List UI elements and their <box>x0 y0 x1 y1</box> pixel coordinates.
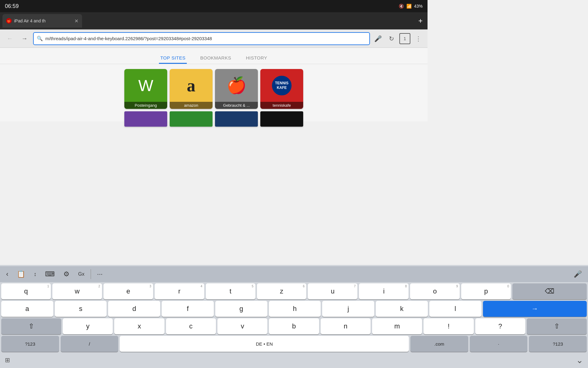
site-label-posteingang: Posteingang <box>124 102 167 109</box>
browser-toolbar: ← → 🔍 m/threads/ipad-air-4-and-the-keybo… <box>0 29 428 48</box>
site-icon-amazon: a <box>170 69 213 102</box>
status-icons: 🔇 📶 43% <box>399 4 423 9</box>
status-bar: 06:59 🔇 📶 43% <box>0 0 428 12</box>
tab-count-button[interactable]: 1 <box>399 33 410 44</box>
site-label-amazon: amazon <box>170 102 213 109</box>
menu-button[interactable]: ⋮ <box>413 33 424 44</box>
tab-title: iPad Air 4 and th <box>14 18 72 23</box>
browser-tab-active[interactable]: 🍎 iPad Air 4 and th ✕ <box>2 14 82 28</box>
browser-content: TOP SITES BOOKMARKS HISTORY W Posteingan… <box>0 48 428 121</box>
site-card-tennis[interactable]: TENNISKAFE tenniskafe <box>260 69 303 109</box>
battery-indicator: 43% <box>414 4 423 9</box>
tab-bookmarks[interactable]: BOOKMARKS <box>199 53 232 64</box>
site-card-amazon[interactable]: a amazon <box>170 69 213 109</box>
site-label-apple: Gebraucht & ... <box>215 102 258 109</box>
site-card-partial-2[interactable] <box>170 111 213 127</box>
tab-close-button[interactable]: ✕ <box>74 18 78 24</box>
microphone-button[interactable]: 🎤 <box>372 33 383 44</box>
forward-button[interactable]: → <box>18 33 31 45</box>
url-text: m/threads/ipad-air-4-and-the-keyboard.22… <box>45 36 366 41</box>
tab-favicon: 🍎 <box>6 18 12 24</box>
site-card-partial-1[interactable] <box>124 111 167 127</box>
mute-icon: 🔇 <box>399 4 404 9</box>
new-tab-button[interactable]: + <box>416 14 425 28</box>
site-icon-posteingang: W <box>124 69 167 102</box>
site-card-partial-4[interactable] <box>260 111 303 127</box>
address-bar[interactable]: 🔍 m/threads/ipad-air-4-and-the-keyboard.… <box>33 32 370 45</box>
status-time: 06:59 <box>5 3 19 10</box>
reload-button[interactable]: ↻ <box>386 33 397 44</box>
tab-bar: 🍎 iPad Air 4 and th ✕ + <box>0 12 428 29</box>
tab-top-sites[interactable]: TOP SITES <box>159 53 187 64</box>
wifi-icon: 📶 <box>406 4 412 9</box>
site-label-tennis: tenniskafe <box>260 102 303 109</box>
site-icon-tennis: TENNISKAFE <box>260 69 303 102</box>
site-card-apple[interactable]: 🍎 Gebraucht & ... <box>215 69 258 109</box>
tab-history[interactable]: HISTORY <box>245 53 269 64</box>
site-card-partial-3[interactable] <box>215 111 258 127</box>
browser-section-tabs: TOP SITES BOOKMARKS HISTORY <box>0 48 428 64</box>
top-sites-grid: W Posteingang a amazon 🍎 Gebraucht & ...… <box>119 64 308 114</box>
site-icon-apple: 🍎 <box>215 69 258 102</box>
site-card-posteingang[interactable]: W Posteingang <box>124 69 167 109</box>
search-icon: 🔍 <box>37 36 43 41</box>
back-button[interactable]: ← <box>4 33 16 45</box>
